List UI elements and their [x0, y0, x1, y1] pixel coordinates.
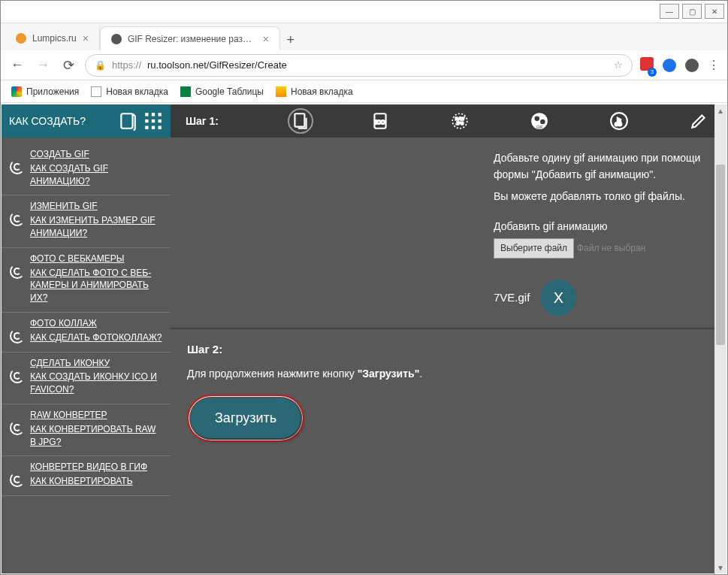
- svg-text:GIF: GIF: [536, 125, 543, 129]
- url-scheme: https://: [112, 59, 141, 71]
- menu-icon[interactable]: ⋮: [708, 58, 720, 72]
- svg-point-17: [534, 117, 539, 122]
- svg-rect-8: [152, 126, 155, 129]
- sidebar-item[interactable]: СДЕЛАТЬ ИКОНКУ КАК СОЗДАТЬ ИКОНКУ ICO И …: [2, 353, 171, 404]
- window-minimize-button[interactable]: —: [660, 4, 679, 19]
- svg-text:JPG: JPG: [456, 121, 464, 126]
- sidebar-link-sub[interactable]: КАК СДЕЛАТЬ ФОТОКОЛЛАЖ?: [30, 331, 162, 344]
- svg-rect-1: [145, 113, 148, 116]
- forward-button[interactable]: →: [34, 57, 52, 73]
- scrollbar[interactable]: ▲ ▼: [714, 104, 726, 573]
- grid-icon[interactable]: [143, 111, 163, 131]
- window-maximize-button[interactable]: ▢: [682, 4, 702, 19]
- uploaded-filename: 7VE.gif: [494, 289, 530, 307]
- spiral-icon: [9, 159, 24, 174]
- svg-rect-2: [152, 113, 155, 116]
- sidebar-link-sub[interactable]: КАК КОНВЕРТИРОВАТЬ: [30, 475, 147, 488]
- sidebar-link-sub[interactable]: КАК КОНВЕРТИРОВАТЬ RAW В JPG?: [30, 423, 163, 449]
- sidebar-link-title[interactable]: СДЕЛАТЬ ИКОНКУ: [30, 357, 163, 370]
- svg-point-18: [540, 120, 545, 125]
- spiral-icon: [9, 471, 24, 486]
- bookmark-star-icon[interactable]: ☆: [614, 59, 623, 71]
- tab-close-icon[interactable]: ×: [83, 32, 89, 44]
- svg-rect-10: [295, 113, 304, 126]
- tab-strip: Lumpics.ru × GIF Resizer: изменение разм…: [1, 23, 727, 50]
- step2-section: Шаг 2: Для продолжения нажмите кнопку "З…: [171, 328, 726, 455]
- step2-instruction: Для продолжения нажмите кнопку "Загрузит…: [187, 368, 710, 380]
- scroll-down-icon[interactable]: ▼: [714, 561, 726, 573]
- sidebar: КАК СОЗДАТЬ? СОЗДАТЬ GIF КАК СОЗДАТЬ GIF…: [2, 104, 171, 573]
- tab-label: Lumpics.ru: [32, 33, 77, 44]
- svg-rect-5: [152, 120, 155, 123]
- bookmark-item[interactable]: Google Таблицы: [180, 86, 264, 97]
- extension-icon[interactable]: 3: [640, 57, 654, 74]
- favicon-icon: [16, 33, 26, 44]
- sidebar-link-title[interactable]: СОЗДАТЬ GIF: [30, 148, 163, 161]
- tab-label: GIF Resizer: изменение размера: [128, 34, 257, 44]
- sidebar-item[interactable]: RAW КОНВЕРТЕР КАК КОНВЕРТИРОВАТЬ RAW В J…: [2, 404, 171, 456]
- svg-rect-6: [159, 120, 162, 123]
- edit-tool-icon[interactable]: [686, 108, 711, 134]
- lock-icon: 🔒: [95, 60, 106, 71]
- url-text: ru.toolson.net/GifResizer/Create: [147, 59, 287, 71]
- remove-file-button[interactable]: X: [540, 280, 576, 316]
- svg-rect-9: [159, 126, 162, 129]
- window-close-button[interactable]: ✕: [705, 4, 724, 19]
- main-content: Шаг 1: ICO RAWJPG GIF Добавьте одину gif…: [171, 104, 726, 573]
- svg-rect-0: [121, 113, 132, 129]
- avatar-icon[interactable]: [685, 59, 699, 72]
- sidebar-item[interactable]: ФОТО КОЛЛАЖ КАК СДЕЛАТЬ ФОТОКОЛЛАЖ?: [2, 313, 171, 353]
- step1-label: Шаг 1:: [186, 115, 219, 127]
- apps-icon: [11, 86, 22, 97]
- browser-toolbar: ← → ⟳ 🔒 https://ru.toolson.net/GifResize…: [1, 50, 727, 80]
- tab-close-icon[interactable]: ×: [263, 33, 269, 45]
- reload-button[interactable]: ⟳: [59, 57, 77, 74]
- svg-rect-3: [159, 113, 162, 116]
- sidebar-item[interactable]: ФОТО С ВЕБКАМЕРЫ КАК СДЕЛАТЬ ФОТО С ВЕБ-…: [2, 248, 171, 313]
- titlebar: — ▢ ✕: [1, 1, 727, 23]
- sidebar-link-sub[interactable]: КАК СДЕЛАТЬ ФОТО С ВЕБ-КАМЕРЫ И АНИМИРОВ…: [30, 267, 163, 304]
- scroll-up-icon[interactable]: ▲: [714, 104, 726, 117]
- extension-icons: 3 ⋮: [640, 57, 720, 74]
- new-tab-button[interactable]: +: [280, 29, 301, 50]
- sidebar-link-title[interactable]: КОНВЕРТЕР ВИДЕО В ГИФ: [30, 461, 147, 474]
- sidebar-link-sub[interactable]: КАК СОЗДАТЬ GIF АНИМАЦИЮ?: [30, 162, 163, 188]
- music-tool-icon[interactable]: [606, 108, 632, 134]
- raw-jpg-tool-icon[interactable]: RAWJPG: [447, 108, 473, 134]
- spiral-icon: [9, 328, 24, 343]
- page-icon: [91, 86, 101, 97]
- scroll-thumb[interactable]: [716, 165, 725, 345]
- step1-instruction: Добавьте одину gif анимацию при помощи ф…: [494, 150, 711, 183]
- sidebar-item[interactable]: ИЗМЕНИТЬ GIF КАК ИЗМЕНИТЬ РАЗМЕР GIF АНИ…: [2, 195, 171, 247]
- sidebar-link-title[interactable]: RAW КОНВЕРТЕР: [30, 409, 163, 422]
- sidebar-link-sub[interactable]: КАК СОЗДАТЬ ИКОНКУ ICO И FAVICON?: [30, 371, 163, 396]
- sidebar-link-title[interactable]: ФОТО КОЛЛАЖ: [30, 317, 162, 330]
- ico-tool-icon[interactable]: ICO: [367, 108, 393, 134]
- svg-text:ICO: ICO: [375, 119, 385, 126]
- sidebar-header: КАК СОЗДАТЬ?: [2, 104, 171, 138]
- address-bar[interactable]: 🔒 https://ru.toolson.net/GifResizer/Crea…: [85, 54, 633, 77]
- upload-highlight: Загрузить: [187, 395, 304, 442]
- tab-gifresizer[interactable]: GIF Resizer: изменение размера ×: [100, 26, 280, 50]
- bookmark-item[interactable]: Новая вкладка: [276, 86, 353, 97]
- apps-button[interactable]: Приложения: [11, 86, 79, 97]
- favicon-icon: [111, 34, 122, 44]
- sidebar-item[interactable]: КОНВЕРТЕР ВИДЕО В ГИФ КАК КОНВЕРТИРОВАТЬ: [2, 456, 171, 496]
- picture-icon: [276, 86, 286, 97]
- sidebar-link-title[interactable]: ФОТО С ВЕБКАМЕРЫ: [30, 253, 163, 265]
- resize-tool-icon[interactable]: [288, 108, 313, 134]
- tab-lumpics[interactable]: Lumpics.ru ×: [5, 26, 100, 50]
- svg-rect-4: [145, 120, 148, 123]
- back-button[interactable]: ←: [8, 57, 26, 73]
- video-gif-tool-icon[interactable]: GIF: [527, 108, 552, 134]
- sidebar-link-title[interactable]: ИЗМЕНИТЬ GIF: [30, 200, 163, 213]
- spiral-icon: [9, 210, 24, 225]
- svg-point-22: [618, 123, 621, 126]
- upload-button[interactable]: Загрузить: [191, 398, 301, 438]
- extension-icon[interactable]: [663, 59, 676, 72]
- sidebar-item[interactable]: СОЗДАТЬ GIF КАК СОЗДАТЬ GIF АНИМАЦИЮ?: [2, 144, 171, 195]
- bookmark-item[interactable]: Новая вкладка: [91, 86, 168, 97]
- sidebar-link-sub[interactable]: КАК ИЗМЕНИТЬ РАЗМЕР GIF АНИМАЦИИ?: [30, 214, 163, 240]
- svg-rect-7: [145, 126, 148, 129]
- choose-file-button[interactable]: Выберите файл: [494, 238, 574, 259]
